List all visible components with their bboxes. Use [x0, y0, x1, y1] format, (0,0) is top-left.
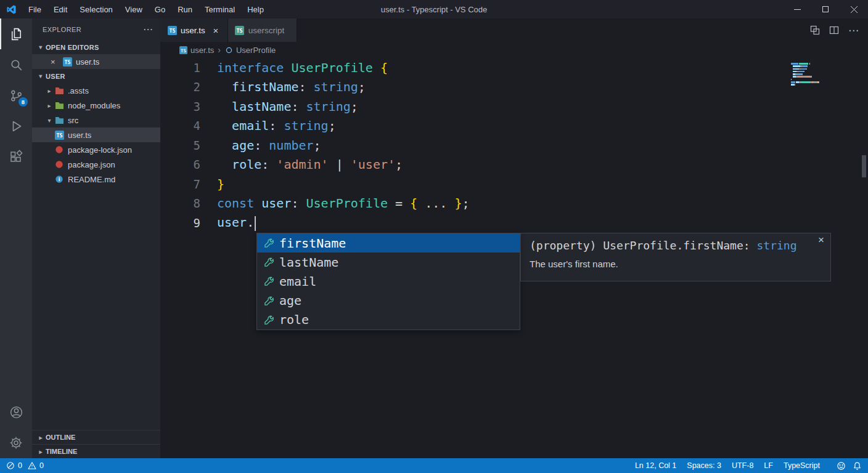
language-status[interactable]: TypeScript: [784, 461, 820, 470]
workspace-root-label: USER: [46, 73, 65, 80]
explorer-more-actions-icon[interactable]: ⋯: [143, 26, 153, 33]
svg-text:TS: TS: [64, 59, 70, 65]
cursor-position-status[interactable]: Ln 12, Col 1: [635, 461, 676, 470]
breadcrumb-symbol[interactable]: UserProfile: [236, 46, 276, 55]
menu-edit[interactable]: Edit: [47, 0, 73, 18]
explorer-sidebar: EXPLORER ⋯ ▾ OPEN EDITORS × TS user.ts ▾…: [32, 18, 160, 458]
explorer-icon[interactable]: [0, 18, 32, 49]
minimize-button[interactable]: [783, 0, 811, 18]
tree-item-user-ts[interactable]: TSuser.ts: [32, 127, 160, 142]
account-icon[interactable]: [0, 397, 32, 427]
code-line-6[interactable]: 6 role: 'admin' | 'user';: [160, 155, 868, 175]
code-line-4[interactable]: 4 email: string;: [160, 116, 868, 136]
suggestion-age[interactable]: age: [257, 291, 520, 310]
tab-userscript[interactable]: TS userscript: [228, 18, 298, 42]
minimap[interactable]: [791, 63, 835, 87]
chevron-right-icon: ›: [218, 45, 221, 55]
tree-item-readme-md[interactable]: iREADME.md: [32, 172, 160, 187]
suggestion-label: email: [279, 274, 316, 289]
close-tab-icon[interactable]: ×: [211, 25, 221, 36]
maximize-button[interactable]: [811, 0, 840, 18]
minimap-line: [791, 71, 835, 73]
search-icon[interactable]: [0, 49, 32, 80]
code-text: lastName: string;: [200, 99, 358, 114]
notifications-bell-icon[interactable]: [853, 461, 862, 471]
suggestion-label: firstName: [279, 236, 346, 251]
minimap-line: [791, 84, 835, 86]
suggestion-role[interactable]: role: [257, 310, 520, 329]
menu-run[interactable]: Run: [171, 0, 199, 18]
line-number: 2: [160, 80, 200, 94]
indentation-status[interactable]: Spaces: 3: [687, 461, 721, 470]
error-icon: [6, 461, 15, 470]
tree-item-package-lock-json[interactable]: package-lock.json: [32, 142, 160, 157]
menu-go[interactable]: Go: [149, 0, 171, 18]
minimap-line: [791, 79, 835, 81]
close-suggest-details-icon[interactable]: ×: [818, 234, 824, 246]
code-text: interface UserProfile {: [200, 60, 388, 75]
suggestion-lastname[interactable]: lastName: [257, 253, 520, 272]
workspace-root-header[interactable]: ▾ USER: [32, 69, 160, 83]
tab-label: userscript: [248, 26, 285, 35]
timeline-header[interactable]: ▸ TIMELINE: [32, 444, 160, 458]
ts-icon: TS: [54, 130, 64, 140]
minimap-line: [791, 68, 835, 70]
menu-terminal[interactable]: Terminal: [199, 0, 241, 18]
feedback-icon[interactable]: [837, 461, 846, 471]
interface-symbol-icon: [224, 46, 234, 55]
menu-help[interactable]: Help: [241, 0, 270, 18]
menu-file[interactable]: File: [22, 0, 47, 18]
chevron-down-icon: ▾: [36, 44, 46, 51]
source-control-icon[interactable]: 8: [0, 80, 32, 111]
sidebar-title: EXPLORER: [43, 26, 81, 33]
editor-more-actions-icon[interactable]: ⋯: [848, 24, 859, 37]
status-items: Ln 12, Col 1Spaces: 3UTF-8LFTypeScript: [635, 461, 820, 470]
tree-item-package-json[interactable]: package.json: [32, 157, 160, 172]
tab-user-ts[interactable]: TS user.ts ×: [160, 18, 228, 42]
svg-text:TS: TS: [181, 47, 186, 53]
settings-gear-icon[interactable]: [0, 427, 32, 458]
run-debug-icon[interactable]: [0, 111, 32, 142]
outline-label: OUTLINE: [46, 434, 75, 441]
tree-item-label: package-lock.json: [68, 145, 132, 155]
minimap-line: [791, 63, 835, 65]
close-button[interactable]: [840, 0, 868, 18]
code-text: }: [200, 177, 224, 192]
code-line-1[interactable]: 1interface UserProfile {: [160, 58, 868, 78]
editor-group: TS user.ts × TS userscript ⋯ TS user.ts …: [160, 18, 868, 458]
tab-bar: TS user.ts × TS userscript ⋯: [160, 18, 868, 42]
open-editor-user-ts[interactable]: × TS user.ts: [32, 54, 160, 69]
workbench: 8 EXPLORER ⋯ ▾: [0, 18, 868, 458]
menu-view[interactable]: View: [119, 0, 149, 18]
code-editor[interactable]: 1interface UserProfile {2 firstName: str…: [160, 58, 868, 458]
split-editor-icon[interactable]: [829, 25, 839, 35]
tree-item--assts[interactable]: ▸.assts: [32, 83, 160, 98]
compare-changes-icon[interactable]: [810, 25, 820, 35]
code-line-8[interactable]: 8const user: UserProfile = { ... };: [160, 194, 868, 214]
breadcrumb-file[interactable]: user.ts: [190, 46, 214, 55]
code-line-2[interactable]: 2 firstName: string;: [160, 78, 868, 97]
problems-status[interactable]: 0 0: [6, 461, 44, 470]
suggest-widget: firstNamelastNameemailagerole: [256, 233, 520, 330]
suggestion-firstname[interactable]: firstName: [257, 233, 520, 253]
suggest-description: The user's first name.: [530, 259, 822, 269]
encoding-status[interactable]: UTF-8: [732, 461, 753, 470]
tree-item-src[interactable]: ▾src: [32, 113, 160, 127]
outline-header[interactable]: ▸ OUTLINE: [32, 430, 160, 444]
scrollbar-thumb[interactable]: [862, 155, 866, 177]
tree-item-node-modules[interactable]: ▸node_modules: [32, 98, 160, 113]
minimap-line: [791, 81, 835, 83]
eol-status[interactable]: LF: [764, 461, 773, 470]
suggestion-email[interactable]: email: [257, 272, 520, 291]
vscode-logo-icon[interactable]: [0, 4, 22, 15]
open-editors-header[interactable]: ▾ OPEN EDITORS: [32, 40, 160, 54]
code-line-7[interactable]: 7}: [160, 174, 868, 194]
text-cursor: [255, 216, 256, 231]
menu-selection[interactable]: Selection: [73, 0, 118, 18]
extensions-icon[interactable]: [0, 142, 32, 172]
code-line-9[interactable]: 9user.: [160, 213, 868, 233]
close-editor-icon[interactable]: ×: [51, 57, 60, 67]
code-line-3[interactable]: 3 lastName: string;: [160, 97, 868, 116]
timeline-label: TIMELINE: [46, 448, 77, 455]
code-line-5[interactable]: 5 age: number;: [160, 135, 868, 155]
